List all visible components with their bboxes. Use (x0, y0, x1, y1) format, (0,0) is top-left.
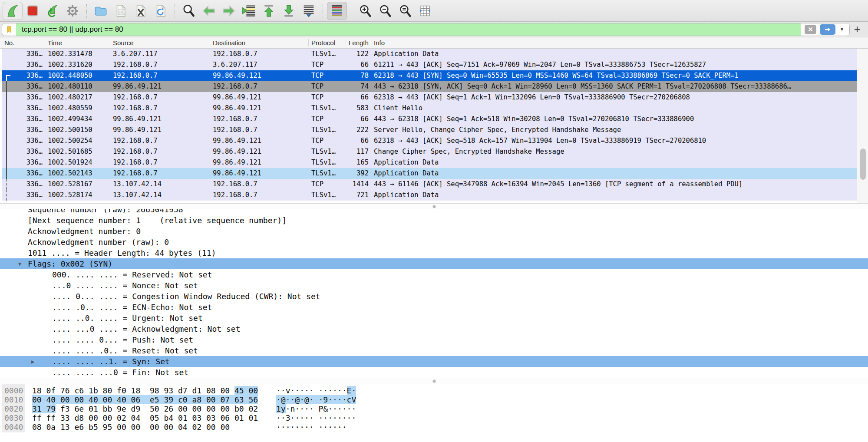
hex-bytes[interactable]: 31 79 f3 6e 01 bb 9e d9 50 26 00 00 00 0… (32, 404, 267, 413)
go-forward-button[interactable] (219, 2, 239, 20)
detail-line[interactable]: ▼Flags: 0x002 (SYN) (0, 258, 868, 269)
packet-row[interactable]: 336…1002.331620192.168.0.73.6.207.117TCP… (2, 59, 857, 70)
hex-bytes[interactable]: 08 0a 13 e6 b5 95 00 00 00 00 04 02 00 0… (32, 422, 267, 432)
detail-line[interactable]: Acknowledgment number: 0 (0, 226, 868, 237)
go-to-packet-icon (241, 3, 256, 18)
filter-clear-icon[interactable]: ✕ (805, 25, 816, 34)
packet-row[interactable]: 336…1002.448050192.168.0.799.86.49.121TC… (2, 70, 857, 81)
cell-src: 192.168.0.7 (110, 157, 210, 168)
capture-options-button[interactable] (63, 2, 83, 20)
packet-row[interactable]: 336…1002.52817413.107.42.14192.168.0.7TL… (2, 190, 857, 201)
cell-proto: TLSv1… (309, 168, 346, 179)
hex-row[interactable]: 0030ff ff 33 d8 00 00 02 04 05 b4 01 03 … (0, 413, 868, 422)
detail-line[interactable]: Sequence number (raw): 2665041958 (0, 209, 868, 215)
detail-line[interactable]: 000. .... .... = Reserved: Not set (0, 269, 868, 280)
packet-row[interactable]: 336…1002.480559192.168.0.799.86.49.121TL… (2, 103, 857, 114)
hex-bytes[interactable]: 18 0f 76 c6 1b 80 f0 18 98 93 d7 d1 08 0… (32, 386, 267, 395)
display-filter-field[interactable]: tcp.port == 80 || udp.port == 80 ✕ ▼ (2, 23, 850, 36)
hex-ascii[interactable]: ··3····· ········ (276, 413, 356, 422)
open-file-button[interactable] (91, 2, 111, 20)
go-to-last-button[interactable] (279, 2, 299, 20)
detail-line[interactable]: [Next sequence number: 1 (relative seque… (0, 215, 868, 226)
column-header-length[interactable]: Length (346, 39, 371, 46)
cell-len: 583 (346, 103, 371, 114)
detail-text: ...0 .... .... = Nonce: Not set (52, 281, 198, 290)
hex-ascii[interactable]: 1y·n···· P&······ (276, 404, 356, 413)
packet-row[interactable]: 336…1002.502143192.168.0.799.86.49.121TL… (2, 168, 857, 179)
details-bytes-splitter[interactable] (0, 378, 868, 384)
hex-bytes[interactable]: 00 40 00 00 40 00 40 06 e5 39 c0 a8 00 0… (32, 395, 267, 404)
detail-line[interactable]: .... .... 0... = Push: Not set (0, 334, 868, 345)
hex-row[interactable]: 000018 0f 76 c6 1b 80 f0 18 98 93 d7 d1 … (0, 386, 868, 395)
filter-dropdown-caret-icon[interactable]: ▼ (840, 27, 844, 32)
restart-capture-button[interactable] (43, 2, 63, 20)
go-to-first-button[interactable] (259, 2, 279, 20)
detail-line[interactable]: .... 0... .... = Congestion Window Reduc… (0, 291, 868, 302)
column-header-info[interactable]: Info (371, 39, 868, 46)
cell-len: 66 (346, 114, 371, 125)
start-capture-icon (5, 3, 20, 18)
detail-line[interactable]: 1011 .... = Header Length: 44 bytes (11) (0, 247, 868, 258)
packet-list-scrollbar[interactable] (858, 49, 868, 203)
hex-ascii[interactable]: ··v····· ······E· (276, 386, 356, 395)
find-packet-button[interactable] (179, 2, 199, 20)
detail-text: .... .... .0.. = Reset: Not set (52, 346, 198, 355)
filter-bookmark-icon[interactable] (2, 23, 16, 36)
hex-row[interactable]: 004008 0a 13 e6 b5 95 00 00 00 00 04 02 … (0, 422, 868, 432)
zoom-out-button[interactable] (375, 2, 395, 20)
filter-add-button[interactable]: + (850, 23, 865, 36)
expand-arrow-icon[interactable]: ▶ (31, 356, 34, 367)
auto-scroll-button[interactable] (299, 2, 319, 20)
go-back-button[interactable] (199, 2, 219, 20)
packet-row[interactable]: 336…1002.3314783.6.207.117192.168.0.7TLS… (2, 49, 857, 59)
hex-ascii[interactable]: ·@··@·@· ·9····cV (276, 395, 356, 404)
detail-line[interactable]: .... .0.. .... = ECN-Echo: Not set (0, 302, 868, 313)
detail-line[interactable]: .... .... .0.. = Reset: Not set (0, 345, 868, 356)
packet-list-header: No.TimeSourceDestinationProtocolLengthIn… (0, 37, 868, 49)
cell-dst: 99.86.49.121 (210, 157, 309, 168)
detail-line[interactable]: .... ..0. .... = Urgent: Not set (0, 313, 868, 323)
packet-row[interactable]: 336…1002.50015099.86.49.121192.168.0.7TL… (2, 125, 857, 135)
resize-columns-button[interactable] (415, 2, 435, 20)
save-file-button[interactable]: 010100110100110 (111, 2, 131, 20)
packet-row[interactable]: 336…1002.501685192.168.0.799.86.49.121TL… (2, 146, 857, 157)
filter-input[interactable]: tcp.port == 80 || udp.port == 80 (16, 23, 801, 36)
detail-line[interactable]: .... .... ...0 = Fin: Not set (0, 367, 868, 378)
zoom-reset-button[interactable] (395, 2, 415, 20)
packet-row[interactable]: 336…1002.480217192.168.0.799.86.49.121TC… (2, 92, 857, 103)
cell-dst: 99.86.49.121 (210, 168, 309, 179)
column-header-no[interactable]: No. (2, 39, 45, 46)
scrollbar-thumb[interactable] (860, 148, 866, 180)
column-header-source[interactable]: Source (110, 39, 210, 46)
close-file-button[interactable] (131, 2, 151, 20)
packet-row[interactable]: 336…1002.501924192.168.0.799.86.49.121TL… (2, 157, 857, 168)
detail-line[interactable]: ...0 .... .... = Nonce: Not set (0, 280, 868, 291)
filter-apply-button[interactable] (820, 24, 835, 35)
stop-capture-button[interactable] (23, 2, 43, 20)
cell-info: 62318 → 443 [SYN] Seq=0 Win=65535 Len=0 … (371, 70, 857, 81)
packetlist-details-splitter[interactable] (0, 203, 868, 209)
column-header-destination[interactable]: Destination (210, 39, 309, 46)
column-header-time[interactable]: Time (45, 39, 110, 46)
packet-row[interactable]: 336…1002.500254192.168.0.799.86.49.121TC… (2, 135, 857, 146)
hex-bytes[interactable]: ff ff 33 d8 00 00 02 04 05 b4 01 03 03 0… (32, 413, 267, 422)
detail-line[interactable]: .... ...0 .... = Acknowledgment: Not set (0, 323, 868, 334)
detail-line[interactable]: ▶.... .... ..1. = Syn: Set (0, 356, 868, 367)
hex-row[interactable]: 002031 79 f3 6e 01 bb 9e d9 50 26 00 00 … (0, 404, 868, 413)
detail-text: Acknowledgment number (raw): 0 (28, 237, 169, 247)
zoom-in-icon (358, 3, 373, 18)
reload-file-button[interactable] (151, 2, 171, 20)
packet-row[interactable]: 336…1002.48011099.86.49.121192.168.0.7TC… (2, 81, 857, 92)
column-header-protocol[interactable]: Protocol (309, 39, 346, 46)
start-capture-button[interactable] (3, 2, 23, 20)
packet-row[interactable]: 336…1002.52816713.107.42.14192.168.0.7TC… (2, 179, 857, 190)
colorize-packets-button[interactable] (327, 2, 347, 20)
zoom-in-button[interactable] (355, 2, 375, 20)
collapse-arrow-icon[interactable]: ▼ (18, 259, 21, 270)
detail-line[interactable]: Acknowledgment number (raw): 0 (0, 237, 868, 247)
hex-ascii[interactable]: ········ ······ (276, 422, 347, 432)
cell-src: 192.168.0.7 (110, 135, 210, 146)
go-to-packet-button[interactable] (239, 2, 259, 20)
hex-row[interactable]: 001000 40 00 00 40 00 40 06 e5 39 c0 a8 … (0, 395, 868, 404)
packet-row[interactable]: 336…1002.49943499.86.49.121192.168.0.7TC… (2, 114, 857, 125)
